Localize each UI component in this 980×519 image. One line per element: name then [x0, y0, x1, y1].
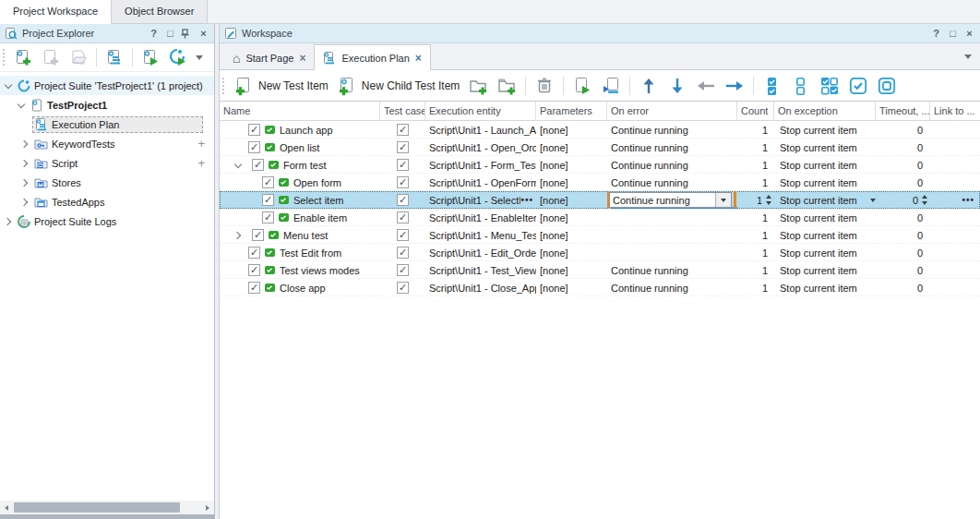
open-item-button[interactable] — [66, 45, 91, 69]
pin-icon[interactable] — [181, 29, 193, 39]
row-checkbox[interactable]: ✓ — [262, 176, 274, 188]
execution-entity[interactable]: Script\Unit1 - Test_Views — [425, 261, 536, 279]
run-from-selected-button[interactable] — [598, 74, 624, 98]
table-row[interactable]: ✓Form test ✓ Script\Unit1 - Form_Test [n… — [220, 156, 980, 174]
link-browse-button[interactable]: ••• — [962, 195, 974, 205]
horizontal-scrollbar[interactable] — [0, 501, 214, 514]
on-error[interactable]: Continue running — [607, 139, 737, 156]
on-error[interactable]: Continue running — [607, 121, 737, 139]
on-exception[interactable]: Stop current item — [774, 261, 876, 279]
column-header-parameters[interactable]: Parameters — [536, 102, 607, 120]
timeout-spinner[interactable] — [922, 195, 927, 205]
row-checkbox[interactable]: ✓ — [248, 264, 260, 276]
new-child-test-item-button[interactable]: New Child Test Item — [334, 74, 462, 98]
parameters[interactable]: [none] — [536, 139, 607, 156]
count[interactable]: 1 — [737, 121, 774, 139]
parameters[interactable]: [none] — [536, 226, 607, 244]
parameters[interactable]: [none] — [536, 244, 607, 261]
tree-item-testedapps[interactable]: TestedApps — [0, 192, 214, 211]
timeout[interactable]: 0 — [876, 121, 930, 139]
on-exception[interactable]: Stop current item — [774, 121, 876, 139]
add-existing-item-button[interactable] — [38, 45, 64, 69]
tab-project-workspace[interactable]: Project Workspace — [0, 0, 112, 24]
close-icon[interactable]: × — [197, 28, 209, 39]
tab-list-caret[interactable] — [964, 54, 972, 59]
chevron-down-icon[interactable] — [16, 100, 27, 111]
on-exception[interactable]: Stop current item — [780, 195, 857, 206]
on-exception-caret[interactable] — [870, 199, 876, 202]
test-case-checkbox[interactable]: ✓ — [397, 124, 409, 136]
toolbar-grip[interactable] — [3, 49, 6, 66]
link-to[interactable] — [930, 121, 980, 139]
move-right-icon[interactable] — [722, 74, 747, 98]
timeout[interactable]: 0 — [913, 195, 918, 206]
link-to[interactable] — [930, 226, 980, 244]
tree-item-keywordtests[interactable]: KeywordTests + — [0, 134, 214, 153]
scroll-right-arrow[interactable] — [201, 501, 214, 514]
new-child-group-button[interactable] — [494, 74, 520, 98]
row-checkbox[interactable]: ✓ — [262, 194, 274, 206]
execution-entity[interactable]: Script\Unit1 - Form_Test — [425, 156, 536, 174]
disable-selected-icon[interactable] — [874, 74, 900, 98]
enable-all-items-icon[interactable] — [759, 74, 785, 98]
on-exception[interactable]: Stop current item — [774, 156, 876, 174]
run-options-caret[interactable] — [193, 45, 206, 69]
timeout[interactable]: 0 — [876, 226, 930, 244]
chevron-down-icon[interactable] — [233, 161, 243, 170]
row-checkbox[interactable]: ✓ — [252, 229, 264, 241]
delete-icon[interactable] — [532, 74, 557, 98]
on-error[interactable]: Continue running — [607, 279, 737, 296]
on-error[interactable]: Continue running — [607, 174, 737, 191]
column-header-execution-entity[interactable]: Execution entity — [425, 102, 536, 120]
tab-object-browser[interactable]: Object Browser — [112, 0, 208, 23]
run-project-button[interactable] — [137, 45, 163, 69]
move-up-icon[interactable] — [636, 74, 662, 98]
new-group-button[interactable] — [465, 74, 491, 98]
timeout[interactable]: 0 — [876, 209, 930, 226]
tree-item-execution-plan[interactable]: Execution Plan — [0, 115, 214, 134]
on-exception[interactable]: Stop current item — [774, 174, 876, 191]
parameters[interactable]: [none] — [536, 121, 607, 139]
add-button[interactable]: + — [197, 156, 210, 170]
test-case-checkbox[interactable]: ✓ — [397, 247, 409, 259]
timeout[interactable]: 0 — [876, 261, 930, 279]
link-to[interactable] — [930, 156, 980, 174]
on-exception[interactable]: Stop current item — [774, 209, 876, 226]
table-row[interactable]: ✓Test Edit from ✓ Script\Unit1 - Edit_Or… — [220, 244, 980, 261]
disable-all-items-icon[interactable] — [788, 74, 814, 98]
execution-entity[interactable]: Script\Unit1 - Menu_Test — [425, 226, 536, 244]
count[interactable]: 1 — [737, 226, 774, 244]
table-row[interactable]: ✓Open list ✓ Script\Unit1 - Open_Order..… — [220, 139, 980, 156]
on-error[interactable]: Continue running — [607, 156, 737, 174]
link-to[interactable] — [930, 244, 980, 261]
test-case-checkbox[interactable]: ✓ — [397, 264, 409, 276]
execution-entity[interactable]: Script\Unit1 - EnableItem — [425, 209, 536, 226]
column-header-on-exception[interactable]: On exception — [774, 102, 876, 120]
column-header-on-error[interactable]: On error — [607, 102, 737, 120]
move-down-icon[interactable] — [664, 74, 690, 98]
row-checkbox[interactable]: ✓ — [248, 282, 260, 294]
chevron-right-icon[interactable] — [19, 197, 30, 208]
execution-entity[interactable]: Script\Unit1 - SelectItem — [429, 195, 520, 206]
table-row[interactable]: ✓Launch app ✓ Script\Unit1 - Launch_App … — [220, 121, 980, 139]
count[interactable]: 1 — [737, 244, 774, 261]
scroll-left-arrow[interactable] — [0, 501, 13, 514]
help-icon[interactable]: ? — [148, 28, 160, 39]
column-header-name[interactable]: Name — [220, 102, 380, 120]
execution-entity[interactable]: Script\Unit1 - Close_App — [425, 279, 536, 296]
tab-start-page[interactable]: ⌂ Start Page × — [224, 46, 314, 69]
parameters[interactable]: [none] — [536, 156, 607, 174]
column-header-link-to[interactable]: Link to ... — [930, 102, 980, 120]
close-tab-icon[interactable]: × — [299, 52, 305, 65]
row-checkbox[interactable]: ✓ — [248, 247, 260, 259]
test-case-checkbox[interactable]: ✓ — [397, 159, 409, 171]
chevron-down-icon[interactable] — [3, 80, 14, 91]
test-case-checkbox[interactable]: ✓ — [397, 194, 409, 206]
tree-item-project-suite-logs[interactable]: Project Suite Logs — [0, 211, 214, 231]
count[interactable]: 1 — [737, 156, 774, 174]
link-to[interactable] — [930, 279, 980, 296]
column-header-test-case[interactable]: Test case — [380, 102, 425, 120]
count[interactable]: 1 — [737, 174, 774, 191]
maximize-icon[interactable]: □ — [947, 28, 959, 39]
table-row-selected[interactable]: ✓Select item ✓ Script\Unit1 - SelectItem… — [220, 191, 980, 209]
